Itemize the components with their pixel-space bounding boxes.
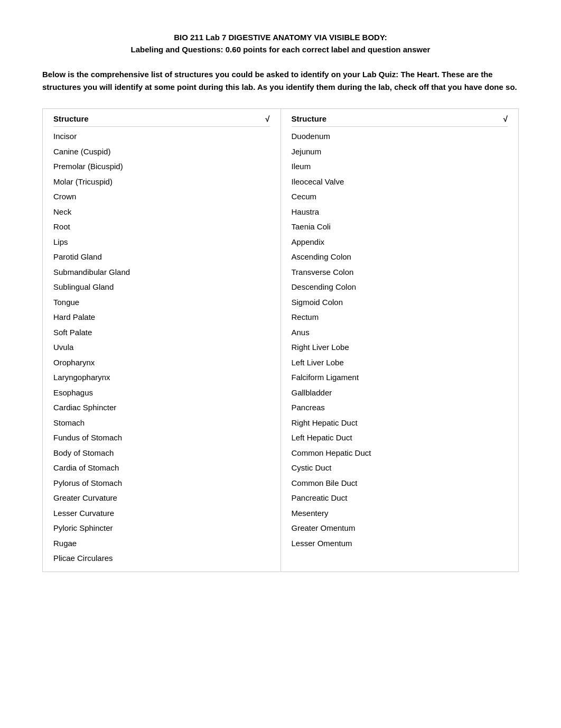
list-item: Left Hepatic Duct (292, 430, 508, 446)
list-item: Jejunum (292, 144, 508, 160)
list-item: Pancreas (292, 400, 508, 416)
structure-name: Crown (53, 191, 257, 203)
structure-name: Stomach (53, 417, 257, 429)
structure-name: Left Hepatic Duct (292, 432, 495, 444)
structure-name: Right Liver Lobe (292, 342, 495, 354)
structure-name: Common Hepatic Duct (292, 447, 495, 459)
structure-name: Gallbladder (292, 387, 495, 399)
structure-name: Sublingual Gland (53, 281, 257, 293)
list-item: Tongue (53, 295, 270, 310)
structure-name: Ileum (292, 161, 495, 173)
structure-name: Molar (Tricuspid) (53, 176, 257, 188)
structure-name: Taenia Coli (292, 221, 495, 233)
list-item: Root (53, 219, 270, 235)
list-item: Sublingual Gland (53, 280, 270, 295)
structure-name: Premolar (Bicuspid) (53, 161, 257, 173)
structure-table: Structure √ Incisor Canine (Cuspid) Prem… (42, 108, 519, 572)
page-header: BIO 211 Lab 7 DIGESTIVE ANATOMY VIA VISI… (42, 32, 519, 56)
list-item: Right Liver Lobe (292, 340, 508, 355)
list-item: Body of Stomach (53, 446, 270, 461)
list-item: Cecum (292, 189, 508, 205)
list-item: Hard Palate (53, 310, 270, 325)
list-item: Ileum (292, 159, 508, 174)
structure-name: Root (53, 221, 257, 233)
list-item: Cardiac Sphincter (53, 400, 270, 416)
list-item: Incisor (53, 129, 270, 144)
structure-name: Ileocecal Valve (292, 176, 495, 188)
structure-name: Ascending Colon (292, 251, 495, 263)
list-item: Molar (Tricuspid) (53, 174, 270, 190)
col2-header: Structure √ (292, 114, 508, 127)
col1-header: Structure √ (53, 114, 270, 127)
structure-name: Pancreatic Duct (292, 492, 495, 504)
title-line2: Labeling and Questions: 0.60 points for … (42, 44, 519, 56)
structure-name: Plicae Circulares (53, 552, 257, 565)
list-item: Fundus of Stomach (53, 430, 270, 446)
list-item: Premolar (Bicuspid) (53, 159, 270, 174)
list-item: Pyloric Sphincter (53, 521, 270, 536)
structure-name: Tongue (53, 297, 257, 309)
structure-name: Lesser Curvature (53, 508, 257, 520)
structure-name: Submandibular Gland (53, 266, 257, 279)
list-item: Right Hepatic Duct (292, 416, 508, 431)
structure-name: Fundus of Stomach (53, 432, 257, 444)
list-item: Laryngopharynx (53, 370, 270, 385)
list-item: Haustra (292, 205, 508, 220)
structure-name: Parotid Gland (53, 251, 257, 263)
structure-name: Falciform Ligament (292, 372, 495, 384)
list-item: Taenia Coli (292, 219, 508, 235)
structure-name: Rectum (292, 311, 495, 324)
structure-name: Greater Curvature (53, 492, 257, 504)
list-item: Duodenum (292, 129, 508, 144)
list-item: Anus (292, 325, 508, 340)
list-item: Common Hepatic Duct (292, 446, 508, 461)
title-line1: BIO 211 Lab 7 DIGESTIVE ANATOMY VIA VISI… (42, 32, 519, 44)
list-item: Uvula (53, 340, 270, 355)
list-item: Submandibular Gland (53, 265, 270, 280)
structure-name: Appendix (292, 236, 495, 248)
list-item: Stomach (53, 416, 270, 431)
col1-checkmark: √ (265, 114, 269, 123)
structure-name: Incisor (53, 131, 257, 143)
list-item: Left Liver Lobe (292, 355, 508, 371)
list-item: Cystic Duct (292, 460, 508, 476)
structure-name: Oropharynx (53, 357, 257, 369)
list-item: Parotid Gland (53, 250, 270, 265)
list-item: Appendix (292, 235, 508, 250)
list-item: Sigmoid Colon (292, 295, 508, 310)
list-item: Cardia of Stomach (53, 460, 270, 476)
list-item: Lips (53, 235, 270, 250)
list-item: Transverse Colon (292, 265, 508, 280)
list-item: Crown (53, 189, 270, 205)
list-item: Canine (Cuspid) (53, 144, 270, 160)
structure-name: Haustra (292, 206, 495, 218)
list-item: Esophagus (53, 385, 270, 401)
structure-name: Esophagus (53, 387, 257, 399)
structure-name: Laryngopharynx (53, 372, 257, 384)
structure-name: Canine (Cuspid) (53, 146, 257, 158)
structure-name: Jejunum (292, 146, 495, 158)
list-item: Pylorus of Stomach (53, 476, 270, 491)
structure-name: Descending Colon (292, 281, 495, 293)
structure-name: Hard Palate (53, 311, 257, 324)
structure-name: Duodenum (292, 131, 495, 143)
structure-name: Pyloric Sphincter (53, 522, 257, 535)
list-item: Lesser Omentum (292, 536, 508, 551)
structure-name: Mesentery (292, 508, 495, 520)
list-item: Falciform Ligament (292, 370, 508, 385)
list-item: Neck (53, 205, 270, 220)
list-item: Greater Omentum (292, 521, 508, 536)
structure-name: Common Bile Duct (292, 477, 495, 490)
col1-header-label: Structure (53, 114, 89, 123)
structure-name: Neck (53, 206, 257, 218)
list-item: Rectum (292, 310, 508, 325)
structure-name: Cardiac Sphincter (53, 402, 257, 414)
structure-name: Rugae (53, 538, 257, 550)
structure-name: Cecum (292, 191, 495, 203)
col2-checkmark: √ (503, 114, 508, 123)
structure-name: Cystic Duct (292, 462, 495, 474)
list-item: Ileocecal Valve (292, 174, 508, 190)
structure-name: Left Liver Lobe (292, 357, 495, 369)
col2-header-label: Structure (292, 114, 327, 123)
structure-name: Right Hepatic Duct (292, 417, 495, 429)
